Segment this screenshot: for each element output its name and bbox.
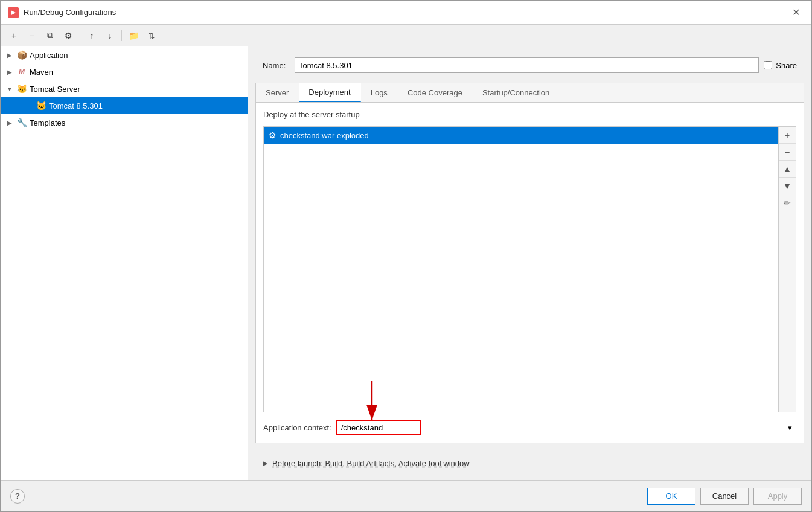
tab-deployment[interactable]: Deployment	[299, 83, 360, 102]
move-up-button[interactable]: ↑	[83, 28, 100, 43]
apply-button[interactable]: Apply	[753, 488, 802, 505]
tree-arrow-maven: ▶	[5, 68, 14, 76]
share-checkbox[interactable]	[764, 61, 772, 69]
run-debug-dialog: ▶ Run/Debug Configurations ✕ + − ⧉ ⚙ ↑ ↓…	[0, 0, 812, 512]
tab-code-coverage[interactable]: Code Coverage	[398, 83, 473, 102]
tree-label-tomcat-server: Tomcat Server	[30, 85, 80, 94]
app-context-label: Application context:	[263, 423, 331, 432]
bottom-bar: ? OK Cancel Apply	[1, 480, 811, 511]
app-context-dropdown-arrow: ▾	[788, 423, 792, 432]
dialog-icon: ▶	[8, 7, 19, 18]
artifact-up-button[interactable]: ▲	[779, 161, 796, 178]
tomcat-301-icon: 🐱	[36, 100, 46, 111]
templates-icon: 🔧	[16, 117, 27, 128]
share-row: Share	[764, 61, 797, 70]
settings-button[interactable]: ⚙	[60, 28, 77, 43]
app-context-wrapper: Application context: ▾	[263, 417, 796, 435]
application-icon: 📦	[16, 50, 27, 60]
before-launch-row[interactable]: ▶ Before launch: Build, Build Artifacts,…	[263, 459, 797, 468]
tree-label-templates: Templates	[30, 118, 65, 127]
deployment-tab-content: Deploy at the server startup ⚙ checkstan…	[256, 103, 804, 443]
tabs-area: Server Deployment Logs Code Coverage Sta…	[255, 83, 804, 443]
sort-button[interactable]: ⇅	[143, 28, 160, 43]
before-launch-expand-icon: ▶	[263, 459, 267, 467]
deploy-list-container: ⚙ checkstand:war exploded + − ▲ ▼ ✏	[263, 126, 796, 412]
help-button[interactable]: ?	[10, 489, 25, 504]
app-context-dropdown[interactable]: ▾	[426, 420, 796, 435]
ok-button[interactable]: OK	[647, 488, 695, 505]
edit-artifact-button[interactable]: ✏	[779, 194, 796, 211]
tree-item-maven[interactable]: ▶ M Maven	[1, 63, 248, 80]
cancel-button[interactable]: Cancel	[700, 488, 749, 505]
maven-icon: M	[16, 66, 27, 77]
tabs-bar: Server Deployment Logs Code Coverage Sta…	[256, 83, 804, 103]
tab-logs[interactable]: Logs	[361, 83, 398, 102]
add-config-button[interactable]: +	[5, 28, 22, 43]
war-exploded-label: checkstand:war exploded	[280, 131, 369, 140]
tree-arrow-application: ▶	[5, 51, 14, 59]
copy-config-button[interactable]: ⧉	[42, 28, 59, 43]
tree-arrow-templates: ▶	[5, 118, 14, 127]
war-exploded-icon: ⚙	[269, 130, 277, 140]
app-context-row: Application context: ▾	[263, 420, 796, 435]
remove-artifact-button[interactable]: −	[779, 144, 796, 161]
add-artifact-button[interactable]: +	[779, 127, 796, 144]
name-share-row: Name: Share	[255, 54, 804, 77]
move-down-button[interactable]: ↓	[101, 28, 118, 43]
tree-label-maven: Maven	[30, 68, 53, 77]
tab-startup-connection[interactable]: Startup/Connection	[473, 83, 560, 102]
before-launch-section: ▶ Before launch: Build, Build Artifacts,…	[255, 454, 804, 473]
left-panel: ▶ 📦 Application ▶ M Maven ▼ 🐱 Tomcat Ser…	[1, 46, 248, 480]
toolbar-separator-2	[121, 30, 122, 41]
artifact-down-button[interactable]: ▼	[779, 178, 796, 194]
toolbar: + − ⧉ ⚙ ↑ ↓ 📁 ⇅	[1, 25, 811, 46]
share-label: Share	[776, 61, 797, 70]
deploy-section-label: Deploy at the server startup	[263, 110, 796, 119]
tree-arrow-tomcat-301	[25, 101, 33, 110]
app-context-input[interactable]	[336, 420, 421, 435]
name-label: Name:	[263, 61, 290, 70]
remove-config-button[interactable]: −	[24, 28, 40, 43]
tree-label-tomcat-301: Tomcat 8.5.301	[49, 101, 103, 110]
tree-label-application: Application	[30, 51, 68, 60]
tree-item-tomcat-server[interactable]: ▼ 🐱 Tomcat Server	[1, 80, 248, 97]
title-bar-left: ▶ Run/Debug Configurations	[8, 7, 116, 18]
title-bar: ▶ Run/Debug Configurations ✕	[1, 1, 811, 25]
main-content: ▶ 📦 Application ▶ M Maven ▼ 🐱 Tomcat Ser…	[1, 46, 811, 480]
side-buttons: + − ▲ ▼ ✏	[779, 126, 796, 412]
right-panel: Name: Share Server Deployment	[248, 46, 811, 480]
tree-arrow-tomcat-server: ▼	[5, 85, 14, 93]
before-launch-text: Before launch: Build, Build Artifacts, A…	[272, 459, 470, 468]
name-input[interactable]	[295, 57, 759, 73]
dialog-buttons: OK Cancel Apply	[647, 488, 802, 505]
tree-item-templates[interactable]: ▶ 🔧 Templates	[1, 114, 248, 131]
tomcat-server-icon: 🐱	[16, 83, 27, 94]
move-to-folder-button[interactable]: 📁	[125, 28, 142, 43]
tab-server[interactable]: Server	[256, 83, 299, 102]
tree-item-application[interactable]: ▶ 📦 Application	[1, 46, 248, 63]
tree-item-tomcat-301[interactable]: 🐱 Tomcat 8.5.301	[1, 97, 248, 114]
close-button[interactable]: ✕	[787, 4, 804, 21]
deploy-list-item-war-exploded[interactable]: ⚙ checkstand:war exploded	[264, 127, 778, 144]
toolbar-separator-1	[80, 30, 80, 41]
dialog-title: Run/Debug Configurations	[24, 8, 116, 17]
deploy-list: ⚙ checkstand:war exploded	[263, 126, 779, 412]
